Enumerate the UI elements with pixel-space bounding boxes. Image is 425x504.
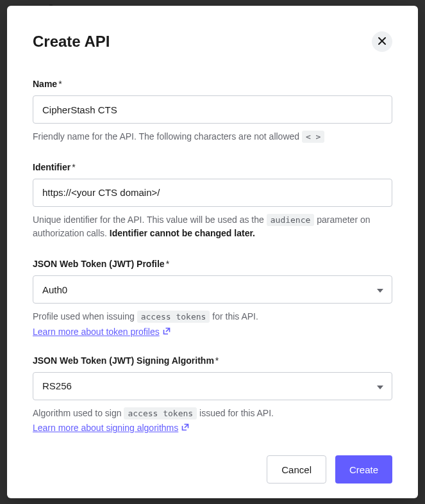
- name-input[interactable]: [33, 95, 392, 124]
- jwt-algorithm-label: JSON Web Token (JWT) Signing Algorithm*: [33, 355, 392, 366]
- jwt-profile-select[interactable]: Auth0: [33, 275, 392, 304]
- field-identifier: Identifier* Unique identifier for the AP…: [33, 162, 392, 241]
- field-jwt-algorithm: JSON Web Token (JWT) Signing Algorithm* …: [33, 355, 392, 434]
- jwt-profile-value: Auth0: [42, 284, 67, 295]
- modal-title: Create API: [33, 33, 110, 51]
- external-link-icon: [163, 327, 171, 337]
- close-button[interactable]: [372, 31, 392, 52]
- jwt-algorithm-help: Algorithm used to sign access tokens iss…: [33, 407, 392, 421]
- jwt-profile-learn-more-link[interactable]: Learn more about token profiles: [33, 327, 171, 337]
- identifier-help: Unique identifier for the API. This valu…: [33, 213, 392, 241]
- external-link-icon: [181, 423, 189, 433]
- name-label: Name*: [33, 79, 392, 89]
- jwt-profile-label: JSON Web Token (JWT) Profile*: [33, 259, 392, 269]
- create-api-modal: Create API Name* Friendly name for the A…: [7, 6, 418, 498]
- identifier-input[interactable]: [33, 179, 392, 207]
- jwt-algorithm-value: RS256: [42, 380, 72, 391]
- field-name: Name* Friendly name for the API. The fol…: [33, 79, 392, 144]
- identifier-label: Identifier*: [33, 162, 392, 172]
- jwt-profile-help: Profile used when issuing access tokens …: [33, 310, 392, 324]
- create-button[interactable]: Create: [335, 455, 392, 484]
- field-jwt-profile: JSON Web Token (JWT) Profile* Auth0 Prof…: [33, 259, 392, 337]
- close-icon: [378, 37, 387, 47]
- jwt-algorithm-learn-more-link[interactable]: Learn more about signing algorithms: [33, 423, 189, 433]
- name-help: Friendly name for the API. The following…: [33, 130, 392, 144]
- modal-header: Create API: [33, 31, 392, 52]
- jwt-algorithm-select[interactable]: RS256: [33, 372, 392, 400]
- cancel-button[interactable]: Cancel: [267, 455, 326, 484]
- modal-footer: Cancel Create: [33, 440, 392, 484]
